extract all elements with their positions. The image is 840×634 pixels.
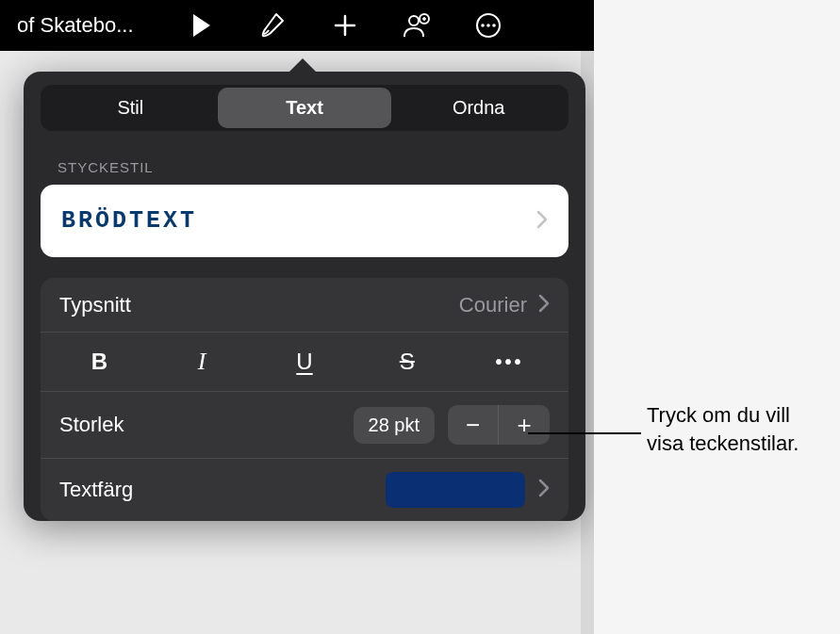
size-stepper: − + — [448, 405, 550, 445]
text-style-row: B I U S ••• — [41, 333, 568, 392]
plus-icon — [332, 12, 358, 39]
paragraph-style-name: BRÖDTEXT — [61, 207, 197, 235]
callout-line1: Tryck om du vill — [647, 403, 790, 427]
more-circle-icon — [474, 11, 502, 40]
size-label: Storlek — [59, 413, 354, 437]
brush-icon — [259, 11, 288, 40]
font-label: Typsnitt — [59, 293, 459, 317]
font-value: Courier — [459, 293, 527, 317]
text-color-row[interactable]: Textfärg — [41, 459, 568, 521]
callout-text: Tryck om du vill visa teckenstilar. — [647, 401, 835, 457]
size-increase-button[interactable]: + — [499, 405, 550, 445]
more-dots-icon: ••• — [496, 351, 524, 373]
strike-glyph: S — [400, 349, 415, 375]
underline-glyph: U — [296, 349, 312, 375]
italic-glyph: I — [198, 348, 206, 376]
svg-point-5 — [492, 24, 496, 27]
format-brush-button[interactable] — [238, 0, 309, 51]
text-settings-group: Typsnitt Courier B I U S ••• Storlek 28 … — [41, 278, 568, 521]
strikethrough-button[interactable]: S — [355, 336, 458, 387]
add-button[interactable] — [309, 0, 381, 51]
format-tabs: Stil Text Ordna — [41, 85, 568, 131]
underline-button[interactable]: U — [254, 336, 356, 387]
size-decrease-button[interactable]: − — [448, 405, 499, 445]
play-button[interactable] — [166, 0, 238, 51]
play-icon — [191, 13, 212, 38]
tab-text[interactable]: Text — [218, 88, 392, 128]
chevron-right-icon — [538, 292, 550, 318]
more-button[interactable] — [453, 0, 524, 51]
text-color-label: Textfärg — [59, 478, 386, 502]
bold-glyph: B — [91, 349, 107, 375]
paragraph-style-label: STYCKESTIL — [58, 159, 568, 175]
italic-button[interactable]: I — [151, 336, 254, 387]
person-add-icon — [402, 11, 432, 40]
font-row[interactable]: Typsnitt Courier — [41, 278, 568, 333]
size-value[interactable]: 28 pkt — [354, 407, 435, 444]
tab-style[interactable]: Stil — [43, 88, 218, 128]
paragraph-style-row[interactable]: BRÖDTEXT — [41, 185, 568, 257]
format-panel: Stil Text Ordna STYCKESTIL BRÖDTEXT Typs… — [24, 72, 585, 521]
svg-point-4 — [486, 24, 490, 27]
callout-line2: visa teckenstilar. — [647, 431, 799, 455]
more-text-options-button[interactable]: ••• — [458, 336, 561, 387]
svg-point-0 — [409, 16, 419, 25]
document-title[interactable]: of Skatebo... — [6, 13, 166, 38]
text-color-swatch[interactable] — [386, 472, 525, 508]
chevron-right-icon — [538, 477, 550, 503]
chevron-right-icon — [536, 208, 548, 235]
size-row: Storlek 28 pkt − + — [41, 392, 568, 459]
bold-button[interactable]: B — [48, 336, 151, 387]
popover-caret — [288, 58, 318, 73]
callout-leader-line — [528, 432, 641, 434]
tab-arrange[interactable]: Ordna — [391, 88, 566, 128]
svg-point-3 — [481, 24, 485, 27]
app-toolbar: of Skatebo... — [0, 0, 594, 51]
collaborate-button[interactable] — [381, 0, 453, 51]
